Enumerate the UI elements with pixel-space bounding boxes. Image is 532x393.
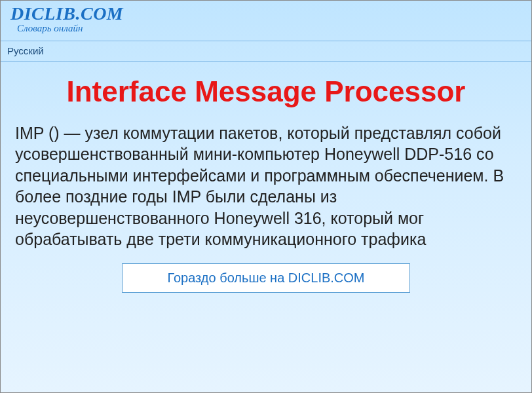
site-header: DICLIB.COM Словарь онлайн: [1, 1, 531, 35]
article-body: IMP () — узел коммутации пакетов, которы…: [1, 116, 531, 250]
cta-link[interactable]: Гораздо больше на DICLIB.COM: [167, 271, 364, 285]
language-selector[interactable]: Русский: [7, 45, 44, 56]
navbar: Русский: [1, 41, 531, 62]
site-subtitle: Словарь онлайн: [10, 23, 522, 34]
cta-box[interactable]: Гораздо больше на DICLIB.COM: [122, 263, 410, 293]
site-title[interactable]: DICLIB.COM: [10, 3, 522, 24]
article-title: Interface Message Processor: [1, 62, 531, 116]
